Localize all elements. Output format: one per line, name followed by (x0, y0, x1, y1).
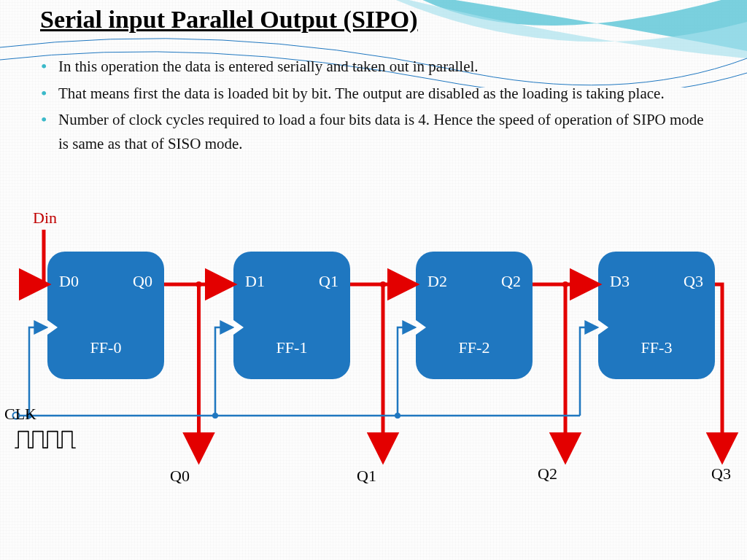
ff-name: FF-3 (598, 338, 715, 357)
svg-point-1 (380, 281, 386, 287)
d-label: D3 (610, 272, 630, 291)
output-q1: Q1 (357, 467, 376, 486)
ff-name: FF-0 (47, 338, 164, 357)
output-q0: Q0 (170, 467, 190, 486)
flipflop-3: D3Q3FF-3 (598, 252, 715, 379)
d-label: D2 (427, 272, 447, 291)
clock-triangle-icon (416, 320, 426, 335)
svg-point-6 (395, 413, 400, 419)
slide-title: Serial input Parallel Output (SIPO) (40, 6, 418, 34)
output-q3: Q3 (711, 464, 731, 483)
q-label: Q0 (133, 272, 152, 291)
ff-name: FF-1 (233, 338, 350, 357)
bullet-item: In this operation the data is entered se… (58, 55, 711, 79)
flipflop-0: D0Q0FF-0 (47, 252, 164, 379)
q-label: Q3 (684, 272, 703, 291)
svg-point-2 (562, 281, 568, 287)
d-label: D0 (59, 272, 79, 291)
clock-triangle-icon (598, 320, 608, 335)
d-label: D1 (245, 272, 265, 291)
q-label: Q1 (319, 272, 338, 291)
svg-point-0 (196, 281, 202, 287)
flipflop-1: D1Q1FF-1 (233, 252, 350, 379)
flipflop-2: D2Q2FF-2 (416, 252, 533, 379)
clock-waveform-icon: ⎍⎍⎍⎍ (15, 421, 73, 455)
bullet-item: Number of clock cycles required to load … (58, 108, 711, 155)
clock-triangle-icon (233, 320, 244, 335)
clock-triangle-icon (47, 320, 58, 335)
svg-point-5 (212, 413, 218, 419)
q-label: Q2 (501, 272, 521, 291)
output-q2: Q2 (538, 464, 557, 483)
bullet-item: That means first the data is loaded bit … (58, 82, 711, 106)
din-label: Din (33, 209, 57, 228)
ff-name: FF-2 (416, 338, 533, 357)
slide-bullets: In this operation the data is entered se… (40, 55, 711, 158)
